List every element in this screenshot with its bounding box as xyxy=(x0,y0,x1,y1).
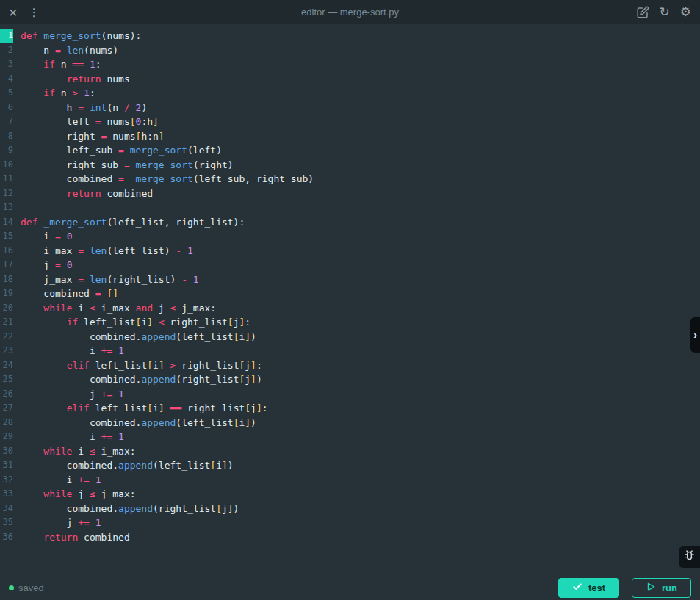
code-line[interactable]: 10 right_sub = merge_sort(right) xyxy=(0,158,700,173)
debug-button[interactable] xyxy=(679,546,700,568)
code-line[interactable]: 27 elif left_list[i] ══ right_list[j]: xyxy=(0,401,700,416)
test-button-label: test xyxy=(588,582,605,593)
line-number: 26 xyxy=(0,387,13,402)
line-number: 19 xyxy=(0,286,13,301)
code-line[interactable]: 9 left_sub = merge_sort(left) xyxy=(0,143,700,158)
code-line[interactable]: 32 i += 1 xyxy=(0,473,700,488)
edit-icon[interactable] xyxy=(636,6,649,19)
check-icon xyxy=(572,582,582,594)
code-line[interactable]: 15 i = 0 xyxy=(0,229,700,244)
refresh-icon[interactable]: ↻ xyxy=(660,6,670,18)
code-line[interactable]: 14def _merge_sort(left_list, right_list)… xyxy=(0,215,700,230)
code-text: right = nums[h:n] xyxy=(13,129,165,144)
code-line[interactable]: 29 i += 1 xyxy=(0,430,700,444)
line-number: 29 xyxy=(0,430,13,444)
statusbar: saved test run xyxy=(0,576,700,600)
line-number: 2 xyxy=(0,43,13,58)
code-line[interactable]: 35 j += 1 xyxy=(0,516,700,530)
code-text: if n > 1: xyxy=(13,86,95,101)
line-number: 25 xyxy=(0,372,13,387)
line-number: 5 xyxy=(0,86,13,101)
line-number: 30 xyxy=(0,444,13,459)
line-number: 11 xyxy=(0,172,13,187)
editor-window: × ⋮ editor — merge-sort.py ↻ ⚙ 1def merg… xyxy=(0,0,700,600)
code-text: j += 1 xyxy=(13,387,124,402)
code-line[interactable]: 19 combined = [] xyxy=(0,286,700,301)
code-text: combined.append(left_list[i]) xyxy=(13,330,256,344)
code-text: return combined xyxy=(13,187,153,201)
active-line-number: 1 xyxy=(0,29,13,43)
code-line[interactable]: 28 combined.append(left_list[i]) xyxy=(0,416,700,430)
line-number: 20 xyxy=(0,301,13,316)
line-number: 9 xyxy=(0,143,13,158)
code-line[interactable]: 26 j += 1 xyxy=(0,387,700,402)
code-text: i += 1 xyxy=(13,344,124,358)
code-text: j_max = len(right_list) - 1 xyxy=(13,272,199,287)
code-text: return combined xyxy=(13,530,130,545)
code-line[interactable]: 33 while j ≤ j_max: xyxy=(0,487,700,502)
code-line[interactable]: 8 right = nums[h:n] xyxy=(0,129,700,144)
code-text: combined = [] xyxy=(13,286,118,301)
code-text: i += 1 xyxy=(13,473,101,488)
close-icon[interactable]: × xyxy=(9,5,18,20)
code-text: if left_list[i] < right_list[j]: xyxy=(13,315,250,330)
code-text: n = len(nums) xyxy=(13,43,118,58)
code-line[interactable]: 12 return combined xyxy=(0,187,700,201)
code-text: def merge_sort(nums): xyxy=(13,29,141,43)
code-line[interactable]: 23 i += 1 xyxy=(0,344,700,358)
code-line[interactable]: 13 xyxy=(0,200,700,215)
code-line[interactable]: 11 combined = _merge_sort(left_sub, righ… xyxy=(0,172,700,187)
side-panel-toggle[interactable]: › xyxy=(690,317,700,353)
code-text: i_max = len(left_list) - 1 xyxy=(13,244,193,259)
code-text: h = int(n / 2) xyxy=(13,101,147,115)
code-line[interactable]: 3 if n ══ 1: xyxy=(0,57,700,72)
code-line[interactable]: 36 return combined xyxy=(0,530,700,545)
code-text: combined.append(left_list[i]) xyxy=(13,458,234,473)
code-line[interactable]: 25 combined.append(right_list[j]) xyxy=(0,372,700,387)
test-button[interactable]: test xyxy=(558,578,619,598)
code-line[interactable]: 31 combined.append(left_list[i]) xyxy=(0,458,700,473)
line-number: 35 xyxy=(0,516,13,530)
line-number: 17 xyxy=(0,258,13,272)
code-line[interactable]: 22 combined.append(left_list[i]) xyxy=(0,330,700,344)
gear-icon[interactable]: ⚙ xyxy=(680,6,691,18)
code-text: elif left_list[i] > right_list[j]: xyxy=(13,358,262,373)
line-number: 31 xyxy=(0,458,13,473)
code-text: while i ≤ i_max and j ≤ j_max: xyxy=(13,301,216,316)
code-line[interactable]: 5 if n > 1: xyxy=(0,86,700,101)
code-line[interactable]: 24 elif left_list[i] > right_list[j]: xyxy=(0,358,700,373)
kebab-menu-icon[interactable]: ⋮ xyxy=(29,7,40,18)
line-number: 16 xyxy=(0,244,13,259)
line-number: 27 xyxy=(0,401,13,416)
run-button-label: run xyxy=(662,582,677,593)
code-line[interactable]: 4 return nums xyxy=(0,72,700,87)
line-number: 6 xyxy=(0,101,13,115)
code-line[interactable]: 20 while i ≤ i_max and j ≤ j_max: xyxy=(0,301,700,316)
code-text: i += 1 xyxy=(13,430,124,444)
window-title: editor — merge-sort.py xyxy=(0,7,700,18)
line-number: 22 xyxy=(0,330,13,344)
line-number: 14 xyxy=(0,215,13,230)
code-text: right_sub = merge_sort(right) xyxy=(13,158,234,173)
code-line[interactable]: 2 n = len(nums) xyxy=(0,43,700,58)
code-line[interactable]: 7 left = nums[0:h] xyxy=(0,115,700,129)
code-text: j += 1 xyxy=(13,516,101,530)
line-number: 12 xyxy=(0,187,13,201)
code-text: combined = _merge_sort(left_sub, right_s… xyxy=(13,172,314,187)
code-text: left_sub = merge_sort(left) xyxy=(13,143,222,158)
code-editor[interactable]: 1def merge_sort(nums):2 n = len(nums)3 i… xyxy=(0,24,700,576)
code-line[interactable]: 17 j = 0 xyxy=(0,258,700,272)
code-line[interactable]: 34 combined.append(right_list[j]) xyxy=(0,502,700,516)
run-button[interactable]: run xyxy=(632,578,691,598)
line-number: 33 xyxy=(0,487,13,502)
code-line[interactable]: 30 while i ≤ i_max: xyxy=(0,444,700,459)
titlebar: × ⋮ editor — merge-sort.py ↻ ⚙ xyxy=(0,0,700,24)
code-text: def _merge_sort(left_list, right_list): xyxy=(13,215,245,230)
code-line[interactable]: 16 i_max = len(left_list) - 1 xyxy=(0,244,700,259)
code-line[interactable]: 1def merge_sort(nums): xyxy=(0,29,700,43)
code-text: left = nums[0:h] xyxy=(13,115,159,129)
line-number: 34 xyxy=(0,502,13,516)
code-line[interactable]: 18 j_max = len(right_list) - 1 xyxy=(0,272,700,287)
code-line[interactable]: 21 if left_list[i] < right_list[j]: xyxy=(0,315,700,330)
code-line[interactable]: 6 h = int(n / 2) xyxy=(0,101,700,115)
